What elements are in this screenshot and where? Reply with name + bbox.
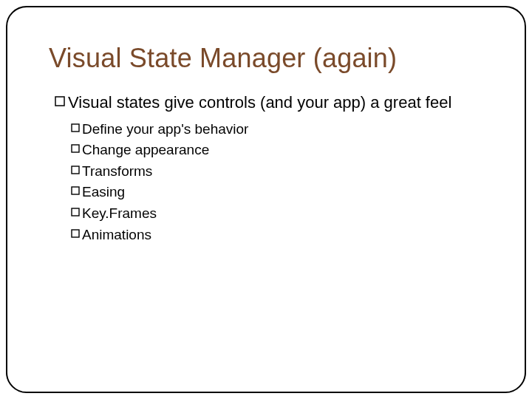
svg-rect-2 <box>72 145 79 152</box>
sub-bullet-text: Transforms <box>82 162 152 182</box>
square-bullet-icon <box>71 123 80 132</box>
svg-rect-6 <box>72 230 79 237</box>
main-bullet-row: Visual states give controls (and your ap… <box>55 92 483 114</box>
svg-rect-3 <box>72 166 79 174</box>
list-item: Key.Frames <box>71 204 483 224</box>
slide-title: Visual State Manager (again) <box>49 43 483 74</box>
list-item: Define your app's behavior <box>71 120 483 140</box>
list-item: Change appearance <box>71 140 483 160</box>
square-bullet-icon <box>71 144 80 153</box>
sub-bullet-text: Change appearance <box>82 140 209 160</box>
sub-bullet-text: Key.Frames <box>82 204 157 224</box>
svg-rect-4 <box>72 187 79 194</box>
square-bullet-icon <box>55 96 65 106</box>
sub-bullet-text: Define your app's behavior <box>82 120 248 140</box>
list-item: Transforms <box>71 162 483 182</box>
square-bullet-icon <box>71 229 80 238</box>
list-item: Animations <box>71 225 483 245</box>
svg-rect-0 <box>55 97 64 106</box>
square-bullet-icon <box>71 186 80 195</box>
square-bullet-icon <box>71 166 80 174</box>
slide-frame: Visual State Manager (again) Visual stat… <box>6 6 526 393</box>
svg-rect-1 <box>72 124 79 132</box>
svg-rect-5 <box>72 208 79 216</box>
square-bullet-icon <box>71 208 80 216</box>
list-item: Easing <box>71 183 483 202</box>
sub-bullet-text: Easing <box>82 183 125 202</box>
sub-bullet-text: Animations <box>82 225 151 245</box>
sub-bullet-list: Define your app's behavior Change appear… <box>71 120 483 245</box>
main-bullet-text: Visual states give controls (and your ap… <box>68 92 451 114</box>
